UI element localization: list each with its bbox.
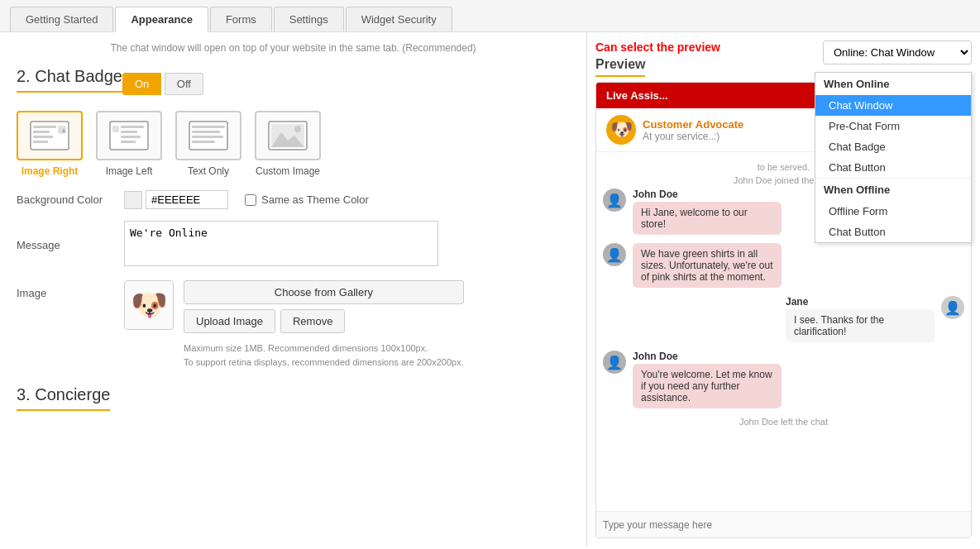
badge-option-image-right[interactable]: ▲ Image Right bbox=[17, 111, 83, 177]
msg-bubble-4: You're welcome. Let me know if you need … bbox=[633, 364, 782, 408]
tab-settings[interactable]: Settings bbox=[274, 7, 344, 31]
preview-label: Preview bbox=[595, 57, 645, 77]
preview-select[interactable]: Online: Chat Window Online: Pre-Chat For… bbox=[823, 41, 972, 64]
svg-rect-17 bbox=[192, 141, 215, 143]
upload-hint: Maximum size 1MB. Recommended dimensions… bbox=[184, 341, 464, 369]
section3-heading: 3. Concierge bbox=[17, 385, 110, 411]
preview-controls: Online: Chat Window Online: Pre-Chat For… bbox=[823, 41, 972, 64]
agent-avatar: 🐶 bbox=[606, 115, 636, 145]
remove-image-btn[interactable]: Remove bbox=[280, 309, 345, 333]
same-as-theme-checkbox[interactable] bbox=[245, 194, 256, 206]
svg-rect-12 bbox=[112, 126, 119, 132]
when-online-header: When Online bbox=[815, 73, 971, 95]
message-label: Message bbox=[17, 239, 124, 251]
dog-emoji: 🐶 bbox=[131, 288, 168, 322]
svg-rect-1 bbox=[33, 126, 56, 128]
tab-forms[interactable]: Forms bbox=[210, 7, 272, 31]
svg-rect-2 bbox=[33, 131, 50, 133]
image-preview: 🐶 bbox=[124, 280, 174, 330]
tab-getting-started[interactable]: Getting Started bbox=[10, 7, 113, 31]
chat-input-field[interactable] bbox=[603, 519, 964, 531]
image-label: Image bbox=[17, 287, 124, 299]
right-panel: Can select the preview Preview Online: C… bbox=[587, 32, 980, 547]
bg-color-input[interactable] bbox=[146, 190, 228, 209]
chat-msg-3: 👤 Jane I see. Thanks for the clarificati… bbox=[603, 296, 964, 342]
upload-image-btn[interactable]: Upload Image bbox=[184, 309, 275, 333]
svg-rect-10 bbox=[121, 136, 141, 138]
choose-gallery-btn[interactable]: Choose from Gallery bbox=[184, 280, 464, 304]
msg-bubble-3: I see. Thanks for the clarification! bbox=[786, 309, 935, 342]
live-assist-label: Live Assis... bbox=[606, 89, 668, 102]
chat-msg-4: 👤 John Doe You're welcome. Let me know i… bbox=[603, 351, 964, 408]
badge-option-image-right-label: Image Right bbox=[22, 165, 79, 177]
svg-point-21 bbox=[294, 126, 301, 132]
msg-avatar-2: 👤 bbox=[603, 243, 626, 266]
badge-option-image-left[interactable]: Image Left bbox=[96, 111, 162, 177]
system-msg-left: John Doe left the chat bbox=[603, 417, 964, 427]
message-textarea[interactable]: We're Online bbox=[124, 221, 438, 266]
msg-avatar-1: 👤 bbox=[603, 189, 626, 212]
dd-pre-chat-form[interactable]: Pre-Chat Form bbox=[815, 116, 971, 136]
msg-avatar-4: 👤 bbox=[603, 351, 626, 374]
dd-chat-button-online[interactable]: Chat Button bbox=[815, 157, 971, 178]
left-panel: The chat window will open on top of your… bbox=[0, 32, 587, 547]
msg-sender-3: Jane bbox=[786, 296, 935, 308]
svg-text:▲: ▲ bbox=[60, 127, 67, 134]
chat-msg-2: 👤 We have green shirts in all sizes. Unf… bbox=[603, 243, 964, 288]
image-row: Image 🐶 Choose from Gallery Upload Image… bbox=[17, 280, 570, 369]
agent-status: At your service..:) bbox=[643, 131, 743, 142]
message-row: Message We're Online bbox=[17, 221, 570, 269]
tab-widget-security[interactable]: Widget Security bbox=[346, 7, 452, 31]
svg-rect-11 bbox=[121, 141, 136, 143]
badge-options-row: ▲ Image Right Image Left bbox=[17, 111, 570, 177]
toggle-off-btn[interactable]: Off bbox=[165, 73, 203, 95]
msg-sender-4: John Doe bbox=[633, 351, 782, 362]
svg-rect-9 bbox=[121, 131, 137, 133]
msg-bubble-1: Hi Jane, welcome to our store! bbox=[633, 202, 782, 235]
toggle-group: On Off bbox=[122, 73, 203, 95]
msg-avatar-3: 👤 bbox=[941, 296, 964, 319]
section2-heading: 2. Chat Badge bbox=[17, 67, 122, 93]
agent-name: Customer Advocate bbox=[643, 118, 743, 131]
info-text: The chat window will open on top of your… bbox=[17, 42, 570, 54]
dropdown-overlay: When Online Chat Window Pre-Chat Form Ch… bbox=[815, 72, 972, 243]
tab-appearance[interactable]: Appearance bbox=[115, 7, 208, 32]
color-swatch[interactable] bbox=[124, 191, 142, 209]
svg-rect-3 bbox=[33, 136, 53, 138]
msg-bubble-2: We have green shirts in all sizes. Unfor… bbox=[633, 243, 782, 288]
same-as-theme-label: Same as Theme Color bbox=[261, 193, 369, 206]
badge-option-custom-image[interactable]: Custom Image bbox=[255, 111, 321, 177]
toggle-on-btn[interactable]: On bbox=[122, 73, 161, 95]
badge-option-text-only[interactable]: Text Only bbox=[175, 111, 241, 177]
bg-color-label: Background Color bbox=[17, 193, 124, 206]
badge-option-custom-image-label: Custom Image bbox=[256, 165, 320, 177]
svg-rect-15 bbox=[192, 131, 220, 133]
bg-color-control: Same as Theme Color bbox=[124, 190, 570, 209]
when-offline-header: When Offline bbox=[815, 179, 971, 201]
svg-rect-4 bbox=[33, 141, 48, 143]
bg-color-row: Background Color Same as Theme Color bbox=[17, 190, 570, 209]
dd-offline-form[interactable]: Offline Form bbox=[815, 201, 971, 222]
dd-chat-window[interactable]: Chat Window bbox=[815, 95, 971, 116]
chat-input-bar bbox=[596, 511, 971, 537]
msg-sender-1: John Doe bbox=[633, 189, 782, 200]
svg-rect-16 bbox=[192, 136, 223, 138]
tabs-bar: Getting Started Appearance Forms Setting… bbox=[0, 0, 980, 32]
dd-chat-button-offline[interactable]: Chat Button bbox=[815, 222, 971, 242]
badge-option-text-only-label: Text Only bbox=[188, 165, 229, 177]
svg-rect-14 bbox=[192, 126, 225, 128]
badge-option-image-left-label: Image Left bbox=[106, 165, 153, 177]
svg-rect-8 bbox=[121, 126, 144, 128]
dd-chat-badge[interactable]: Chat Badge bbox=[815, 136, 971, 157]
